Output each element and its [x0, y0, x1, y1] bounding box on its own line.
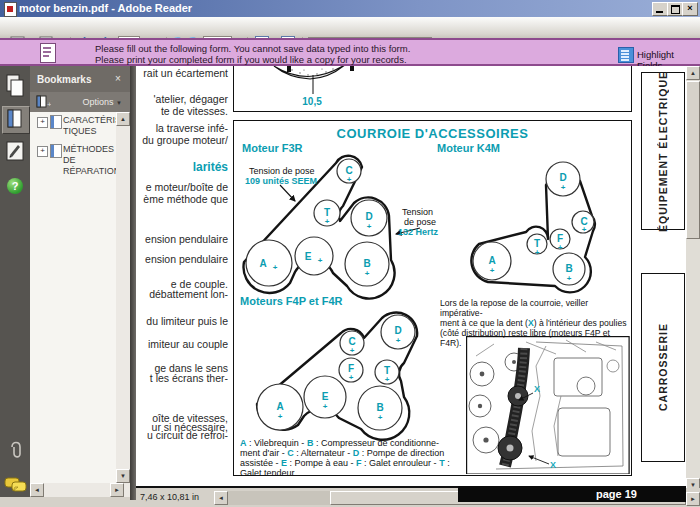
- svg-text:+: +: [558, 243, 563, 252]
- text-segment: (côté distribution) reste libre (moteurs…: [440, 328, 610, 348]
- svg-text:+: +: [349, 373, 354, 382]
- window-title: motor benzin.pdf - Adobe Reader: [19, 2, 192, 14]
- svg-text:+: +: [278, 412, 283, 421]
- bookmarks-vertical-scrollbar[interactable]: [116, 112, 130, 483]
- scroll-down-icon[interactable]: ▼: [116, 469, 130, 483]
- hscroll-left-icon[interactable]: ◄: [214, 491, 228, 505]
- bookmarks-header: Bookmarks ×: [30, 66, 130, 92]
- text-segment: ) à l'intérieur des poulies: [534, 318, 627, 328]
- f3r-heading: Moteur F3R: [242, 142, 303, 154]
- left-column-heading: larités: [193, 160, 228, 174]
- svg-text:+: +: [567, 274, 572, 283]
- text-segment: : Alternateur -: [294, 448, 353, 458]
- svg-text:E: E: [305, 251, 312, 262]
- title-bar: motor benzin.pdf - Adobe Reader ×: [0, 0, 700, 17]
- signature-panel-icon[interactable]: [6, 140, 25, 162]
- tension-label-1b: 109 unités SEEM: [245, 176, 317, 186]
- text-segment: Lors de la repose de la courroie, veille…: [440, 298, 588, 318]
- expand-icon[interactable]: +: [37, 146, 48, 157]
- svg-text:+: +: [365, 269, 370, 278]
- bookmarks-options-button[interactable]: Options ▼: [83, 97, 123, 107]
- engine-mark-x2: X: [550, 460, 556, 470]
- bookmarks-panel-icon[interactable]: [2, 106, 30, 134]
- text-segment: : Pompe de direction: [359, 448, 444, 458]
- side-tab-carrosserie: CARROSSERIE: [641, 273, 685, 462]
- k4m-heading: Moteur K4M: [437, 142, 500, 154]
- bookmark-page-icon: [3, 107, 27, 131]
- svg-text:B: B: [376, 402, 383, 413]
- svg-text:B: B: [565, 263, 572, 274]
- bookmark-item-caracteristiques[interactable]: CARACTÉRIS TIQUES: [63, 115, 116, 137]
- bookmarks-tree: + CARACTÉRIS TIQUES + MÉTHODES DE RÉPARA…: [30, 112, 116, 483]
- new-bookmark-icon[interactable]: +: [36, 95, 51, 109]
- svg-text:+: +: [347, 175, 352, 184]
- dimension-label: 10,5: [302, 96, 322, 107]
- expand-icon[interactable]: +: [37, 117, 48, 128]
- text-segment: : Pompe à eau -: [287, 458, 356, 468]
- text-segment: : Vilebrequin -: [247, 438, 307, 448]
- options-caret-icon: ▼: [116, 100, 122, 106]
- bookmark-item-icon: [50, 115, 62, 129]
- text-segment: assistée -: [240, 458, 281, 468]
- tension-label-2c: 132 Hertz: [398, 227, 438, 237]
- scroll-left-icon[interactable]: ◄: [30, 483, 44, 497]
- text-segment: : Galet enrouleur -: [362, 458, 440, 468]
- accessory-belt-figure: C+ T+ D+ A+ E+ B+ D+ C+ F+ T+ A+ B+: [233, 120, 632, 476]
- svg-text:+: +: [325, 217, 330, 226]
- top-figure-box: 10,5: [233, 66, 632, 112]
- svg-text:+: +: [273, 263, 278, 272]
- bookmarks-close-icon[interactable]: ×: [115, 74, 121, 84]
- left-column-line: 'atelier, dégager: [154, 93, 228, 105]
- text-segment: ment d'air -: [240, 448, 287, 458]
- close-button[interactable]: ×: [682, 2, 698, 16]
- form-icon: [40, 43, 56, 63]
- left-column-line: débattement lon-: [149, 288, 228, 300]
- navigation-strip: ?: [0, 66, 30, 500]
- svg-text:E: E: [322, 391, 329, 402]
- svg-text:+: +: [318, 256, 323, 265]
- help-icon[interactable]: ?: [7, 178, 23, 194]
- tension-label-2b: de pose: [404, 217, 436, 227]
- options-label: Options: [83, 97, 114, 107]
- scroll-up-icon[interactable]: ▲: [116, 112, 130, 126]
- svg-text:+: +: [535, 248, 540, 257]
- left-column-line: u circuit de refroi-: [147, 429, 228, 441]
- highlight-fields-icon[interactable]: [618, 47, 634, 63]
- svg-text:D: D: [365, 211, 372, 222]
- adobe-reader-window: motor benzin.pdf - Adobe Reader × ▼ / 34…: [0, 0, 700, 507]
- form-notification-bar: Please fill out the following form. You …: [0, 38, 700, 66]
- text-segment: Galet tendeur: [240, 468, 295, 478]
- comments-icon[interactable]: [4, 476, 28, 494]
- f4p-heading: Moteurs F4P et F4R: [240, 295, 343, 307]
- attachments-icon[interactable]: [7, 438, 25, 460]
- bottom-filler: [0, 497, 136, 507]
- question-glyph: ?: [7, 178, 23, 194]
- side-tab-label: ÉQUIPEMENT ÉLECTRIQUE: [657, 71, 669, 232]
- pages-panel-icon[interactable]: [6, 74, 25, 98]
- left-column-line: t les écrans ther-: [150, 372, 228, 384]
- doc-scrollbar-thumb[interactable]: [686, 81, 700, 239]
- restore-button[interactable]: [667, 2, 683, 16]
- svg-text:+: +: [323, 402, 328, 411]
- engine-mark-x1: X: [534, 384, 540, 394]
- page-number-footer: page 19: [458, 486, 686, 502]
- minimize-button[interactable]: [652, 2, 668, 16]
- left-column-line: rait un écartement: [143, 67, 228, 79]
- left-column-line: te de vitesses.: [161, 105, 228, 117]
- svg-text:A: A: [259, 258, 266, 269]
- doc-scroll-up-icon[interactable]: ▲: [686, 66, 700, 80]
- tension-label-1a: Tension de pose: [249, 166, 315, 176]
- clutch-figure-fragment: 10,5: [234, 66, 630, 109]
- notification-line2: Please print your completed form if you …: [95, 54, 407, 65]
- svg-text:B: B: [363, 258, 370, 269]
- scroll-right-icon[interactable]: ►: [110, 483, 124, 497]
- page-size-label: 7,46 x 10,81 in: [140, 492, 199, 502]
- hscroll-right-icon[interactable]: ►: [686, 492, 700, 506]
- svg-text:A: A: [276, 401, 283, 412]
- tension-arrow-1: [280, 185, 295, 201]
- bookmark-item-methodes[interactable]: MÉTHODES DE RÉPARATION: [63, 144, 116, 177]
- pdf-document-icon: [4, 2, 17, 17]
- side-tab-equipement-electrique: ÉQUIPEMENT ÉLECTRIQUE: [641, 72, 685, 230]
- bookmarks-title: Bookmarks: [37, 74, 91, 85]
- left-column-line: ension pendulaire: [145, 233, 228, 245]
